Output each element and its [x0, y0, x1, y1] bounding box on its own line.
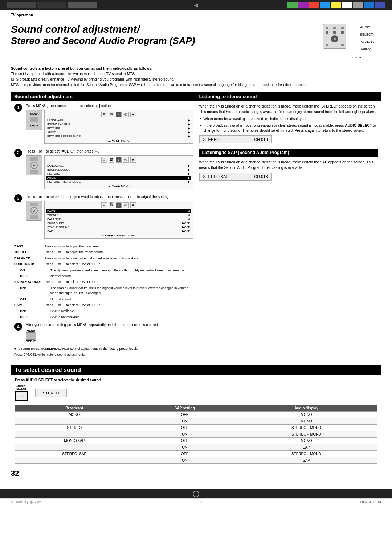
- icon-1: ⚙: [101, 112, 107, 117]
- sap-header: Listening to SAP (Second Audio Program): [199, 149, 378, 157]
- intro-text: Sound controls are factory preset but yo…: [11, 66, 381, 88]
- top-bar-crosshair: ⊕: [194, 2, 199, 9]
- icon-2: 🖼: [109, 112, 114, 117]
- param-sap: SAP: Press ← or → to select "ON" or "OFF…: [14, 303, 193, 308]
- title-text: Sound control adjustment/ Stereo and Sec…: [11, 24, 319, 46]
- icon-10: ★: [130, 157, 136, 163]
- table-row: ON MONO: [15, 418, 377, 425]
- color-blocks: [287, 2, 385, 8]
- footer-left: 5L00301C [E]p27-32: [11, 500, 41, 504]
- table-row: STEREO+SAP OFF STEREO↔MONO: [15, 451, 377, 457]
- audio-select-label: AUDIO SELECT: [349, 24, 381, 39]
- broadcast-stereo: STEREO: [15, 425, 134, 431]
- step-2-number: 2: [14, 149, 22, 157]
- broadcast-mono: MONO: [15, 412, 134, 418]
- stereo-tv-display: STEREO CH 013: [199, 135, 272, 143]
- audio-select-illustration: •AUDIOSELECT ○ STEREO: [15, 385, 377, 401]
- step-1: 1 Press MENU, then press ← or → to selec…: [14, 104, 193, 145]
- stereo-text-1: When the TV is turned on or a channel se…: [199, 104, 378, 114]
- param-stable: STABLE SOUND: Press ← or → to select "ON…: [14, 279, 193, 284]
- footer-right: 20/4/04, 16:14: [360, 500, 381, 504]
- remote-illustration: ⊕ AUDIO SELECT CANCEL: [323, 24, 381, 61]
- icon-4: ◎: [123, 112, 129, 117]
- top-bar: ⊕: [0, 0, 392, 10]
- param-stable-off: OFF: Normal sound.: [14, 297, 193, 302]
- icon-14: ◎: [123, 202, 129, 208]
- step-4-content: After your desired setting press MENU re…: [26, 323, 193, 343]
- desired-sound-content: Press AUDIO SELECT to select the desired…: [11, 375, 381, 467]
- menu-label: MENU: [349, 45, 381, 53]
- table-row: MONO+SAP OFF MONO: [15, 438, 377, 444]
- icon-6: ⚙: [101, 157, 107, 163]
- menu-row-9-highlighted: AUDIO▶: [46, 176, 191, 180]
- param-bass: BASS: Press ← or → to adjust the bass so…: [14, 244, 193, 249]
- broadcast-mono-sap: MONO+SAP: [15, 438, 134, 444]
- icon-5: ★: [130, 112, 136, 117]
- step-4-text: After your desired setting press MENU re…: [26, 323, 193, 328]
- menu-row-2: IDIOMA/LANGUE▶: [46, 122, 191, 126]
- icon-3-active: ♪: [116, 112, 122, 117]
- menu-screen-2: ⚙ 🖼 ♪ ◎ ★ LANGUAGE/▶ IDIOMA/LANGUE▶ PICT…: [44, 155, 193, 189]
- col-sap-setting: SAP setting: [134, 405, 236, 412]
- note-1: ■ To return BASS/TREBLE/BALANCE control …: [14, 347, 193, 351]
- remote-mini-1: MENU SETUP: [26, 110, 42, 130]
- step-1-text: Press MENU, then press ← or → to select …: [26, 104, 193, 109]
- param-surround: SURROUND: Press ← or → to select "ON" or…: [14, 262, 193, 267]
- table-row: ON SAP: [15, 444, 377, 451]
- menu-row-1: LANGUAGE/▶: [46, 118, 191, 122]
- audio-mono-1: MONO: [236, 412, 377, 418]
- menu-nav-1: ▲/▼/◀/▶ MENU: [46, 139, 191, 142]
- menu-row-7: IDIOMA/LANGUE▶: [46, 168, 191, 172]
- desired-sound-header: To select desired sound: [11, 365, 381, 375]
- step-4: 4 After your desired setting press MENU …: [14, 323, 193, 343]
- desired-sound-instruction: Press AUDIO SELECT to select the desired…: [15, 378, 377, 382]
- menu-sim-3: ⊕ ⚙ 🖼 ♪ ◎ ★ BASS0 TR: [26, 201, 193, 239]
- audio-sap-row: SAP▶OFF: [46, 229, 191, 233]
- page-title-bold: Stereo and Second Audio Program (SAP): [11, 35, 319, 46]
- audio-surround-row: SURROUND▶OFF: [46, 221, 191, 225]
- section-label: TV operation: [11, 13, 381, 17]
- param-sap-off: OFF: SAP is not available.: [14, 315, 193, 320]
- desired-sound-section: To select desired sound Press AUDIO SELE…: [11, 365, 381, 467]
- stereo-bullet-1: When mono broadcasting is received, no i…: [199, 117, 378, 122]
- left-column: Sound control adjustment 1 Press MENU, t…: [11, 92, 196, 361]
- param-surround-on: ON: The dynamic presence and sound creat…: [14, 268, 193, 273]
- right-column: Listening to stereo sound When the TV is…: [196, 92, 381, 361]
- audio-bass-row: BASS0: [46, 209, 191, 213]
- audio-treble-row: TREBLE0: [46, 213, 191, 217]
- left-col-header: Sound control adjustment: [11, 92, 196, 101]
- step-1-number: 1: [14, 104, 22, 112]
- icon-15: ★: [130, 202, 136, 208]
- audio-select-icon: •AUDIOSELECT ○: [15, 385, 28, 401]
- step-2-content: Press ↑ or ↓ to select "AUDIO", then pre…: [26, 149, 193, 191]
- title-section: Sound control adjustment/ Stereo and Sec…: [11, 24, 381, 61]
- remote-labels: AUDIO SELECT CANCEL MENU ↓ ↑ ← →: [349, 24, 381, 61]
- menu-row-4: AUDIO▶: [46, 130, 191, 134]
- step-3-content: Press ↑ or ↓ to select the item you want…: [26, 194, 193, 240]
- icon-11: ⚙: [101, 202, 107, 208]
- icon-13-active: ♪: [116, 202, 122, 208]
- icon-7: 🖼: [109, 157, 114, 163]
- menu-screen-1: ⚙ 🖼 ♪ ◎ ★ LANGUAGE/▶ IDIOMA/LANGUE▶ PICT…: [44, 110, 193, 144]
- menu-nav-3: ▲/▼/◀/▶ CANCEL / MENU: [46, 234, 191, 237]
- two-col-section: Sound control adjustment 1 Press MENU, t…: [11, 92, 381, 361]
- stereo-section: Listening to stereo sound When the TV is…: [199, 92, 378, 143]
- footer: 5L00301C [E]p27-32 32 20/4/04, 16:14: [0, 498, 392, 505]
- table-row: ON SAP: [15, 457, 377, 464]
- menu-sim-2: ⊕ ⚙ 🖼 ♪ ◎ ★ LANGUAGE/▶: [26, 155, 193, 189]
- sap-text: When the TV is turned on or a channel se…: [199, 159, 378, 170]
- stereo-header: Listening to stereo sound: [196, 92, 381, 101]
- step-4-number: 4: [14, 323, 22, 331]
- param-treble: TREBLE: Press ← or → to adjust the trebl…: [14, 250, 193, 255]
- step-3: 3 Press ↑ or ↓ to select the item you wa…: [14, 194, 193, 240]
- step-1-content: Press MENU, then press ← or → to select …: [26, 104, 193, 145]
- menu-row-3: PICTURE▶: [46, 126, 191, 130]
- param-sap-on: ON: SAP is available.: [14, 308, 193, 313]
- step-3-text: Press ↑ or ↓ to select the item you want…: [26, 194, 193, 199]
- sap-section: Listening to SAP (Second Audio Program) …: [199, 149, 378, 181]
- page-title-italic: Sound control adjustment/: [11, 24, 319, 35]
- menu-screen-3: ⚙ 🖼 ♪ ◎ ★ BASS0 TREBLE0 BALANCE0 SURROUN…: [44, 201, 193, 239]
- audio-balance-row: BALANCE0: [46, 217, 191, 221]
- broadcast-stereo-sap: STEREO+SAP: [15, 451, 134, 457]
- table-row: STEREO OFF STEREO↔MONO: [15, 425, 377, 431]
